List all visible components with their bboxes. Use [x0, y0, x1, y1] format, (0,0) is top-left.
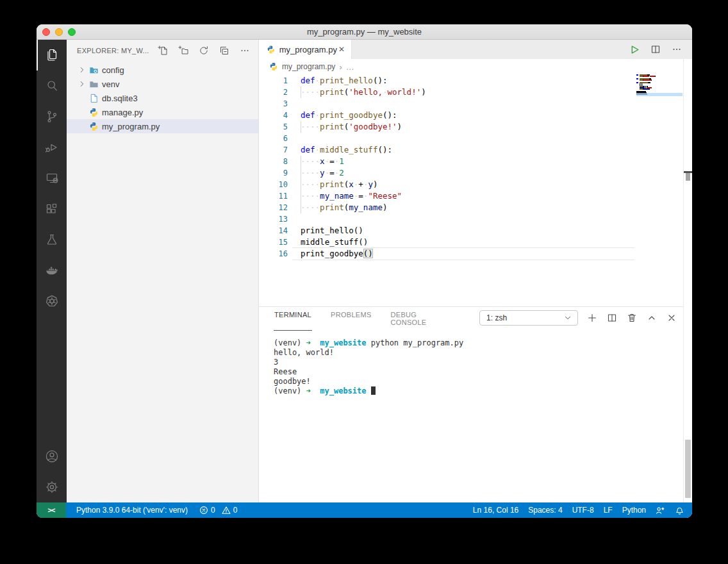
code-line-7[interactable]: def·middle_stuff(): [301, 144, 426, 156]
tree-item-venv[interactable]: venv [67, 77, 258, 91]
tree-item-my-program-py[interactable]: my_program.py [67, 119, 258, 133]
code-line-2[interactable]: ····print('hello,·world!') [301, 87, 426, 98]
activity-run-debug[interactable] [37, 132, 67, 163]
line-number-12[interactable]: 12 [259, 202, 288, 213]
breadcrumb-file[interactable]: my_program.py [282, 62, 335, 71]
line-number-7[interactable]: 7 [259, 144, 288, 156]
collapse-all-button[interactable] [219, 45, 230, 56]
line-number-1[interactable]: 1 [259, 75, 288, 87]
zoom-window-button[interactable] [68, 28, 76, 36]
close-panel-button[interactable] [666, 313, 677, 323]
chevron-right-icon[interactable] [77, 79, 87, 89]
new-file-button[interactable] [157, 45, 169, 56]
code-line-16[interactable]: print_goodbye() [301, 248, 426, 260]
chevron-right-icon[interactable] [77, 65, 87, 75]
panel-tab-debug-console[interactable]: DEBUG CONSOLE [390, 305, 436, 331]
encoding-status[interactable]: UTF-8 [572, 506, 594, 515]
activity-remote-explorer[interactable] [37, 163, 67, 194]
code-line-8[interactable]: ····x·=·1 [301, 156, 426, 167]
activity-settings[interactable] [37, 472, 67, 502]
close-window-button[interactable] [42, 28, 50, 36]
line-number-11[interactable]: 11 [259, 190, 288, 202]
notifications-button[interactable] [675, 506, 684, 515]
language-mode-status[interactable]: Python [622, 506, 646, 515]
code-line-15[interactable]: middle_stuff() [301, 236, 426, 248]
terminal-line-1: (venv) ➜ my_website python my_program.py [274, 338, 683, 348]
line-number-gutter[interactable]: 12345678910111213141516 [259, 75, 290, 260]
remote-icon: >< [48, 506, 55, 514]
activity-docker[interactable] [37, 255, 67, 286]
code-line-9[interactable]: ····y·=·2 [301, 167, 426, 179]
line-number-13[interactable]: 13 [259, 213, 288, 225]
line-number-2[interactable]: 2 [259, 87, 288, 98]
problems-status[interactable]: 0 0 [199, 506, 237, 515]
line-number-4[interactable]: 4 [259, 110, 288, 121]
run-python-file-button[interactable] [629, 44, 640, 55]
kill-terminal-button[interactable] [627, 313, 637, 323]
panel-tab-terminal[interactable]: TERMINAL [274, 305, 312, 331]
tree-item-config[interactable]: config [67, 63, 258, 77]
split-editor-button[interactable] [650, 44, 661, 54]
views-more-button[interactable] [239, 45, 251, 56]
code-line-14[interactable]: print_hello() [301, 225, 426, 236]
maximize-panel-button[interactable] [647, 313, 657, 323]
chevron-up-icon [647, 313, 657, 323]
terminal-picker-dropdown[interactable]: 1: zsh [479, 310, 578, 326]
indentation-status[interactable]: Spaces: 4 [528, 506, 562, 515]
new-terminal-button[interactable] [587, 313, 597, 323]
eol-status[interactable]: LF [604, 506, 613, 515]
activity-search[interactable] [37, 70, 67, 101]
breadcrumb[interactable]: my_program.py › … [259, 59, 683, 74]
code-line-3[interactable] [301, 98, 426, 110]
tree-item-db-sqlite3[interactable]: db.sqlite3 [67, 91, 258, 105]
activity-testing[interactable] [37, 224, 67, 255]
panel-tab-problems[interactable]: PROBLEMS [330, 305, 372, 331]
cursor-position-status[interactable]: Ln 16, Col 16 [473, 506, 518, 515]
feedback-icon [656, 506, 665, 515]
refresh-button[interactable] [198, 45, 210, 56]
remote-indicator[interactable]: >< [37, 502, 66, 518]
line-number-15[interactable]: 15 [259, 236, 288, 248]
terminal-scrollbar-thumb[interactable] [685, 440, 691, 498]
code-line-13[interactable] [301, 213, 426, 225]
line-number-10[interactable]: 10 [259, 179, 288, 190]
code-line-4[interactable]: def·print_goodbye(): [301, 110, 426, 121]
code-line-6[interactable] [301, 133, 426, 144]
split-terminal-button[interactable] [607, 313, 617, 323]
code-line-5[interactable]: ····print('goodbye!') [301, 121, 426, 133]
line-number-14[interactable]: 14 [259, 225, 288, 236]
python-interpreter-status[interactable]: Python 3.9.0 64-bit ('venv': venv) [76, 506, 188, 515]
breadcrumb-symbol[interactable]: … [346, 62, 354, 72]
editor-scrollbar-thumb[interactable] [686, 173, 690, 181]
line-number-6[interactable]: 6 [259, 133, 288, 144]
activity-explorer[interactable] [37, 40, 67, 70]
explorer-header: EXPLORER: MY_W... [67, 40, 258, 62]
matched-brackets: () [363, 249, 373, 258]
error-count: 0 [211, 506, 215, 515]
minimize-window-button[interactable] [55, 28, 63, 36]
activity-kubernetes[interactable] [37, 286, 67, 317]
activity-extensions[interactable] [37, 194, 67, 224]
tab-my-program-py[interactable]: my_program.py ✕ [259, 40, 352, 59]
editor-more-actions-button[interactable] [672, 44, 682, 54]
line-number-16[interactable]: 16 [259, 248, 288, 260]
activity-account[interactable] [37, 441, 67, 472]
activity-source-control[interactable] [37, 101, 67, 132]
line-number-9[interactable]: 9 [259, 167, 288, 179]
feedback-button[interactable] [656, 506, 665, 515]
minimap[interactable] [636, 74, 682, 306]
tree-item-manage-py[interactable]: manage.py [67, 105, 258, 119]
line-number-5[interactable]: 5 [259, 121, 288, 133]
code-line-10[interactable]: ····print(x·+·y) [301, 179, 426, 190]
terminal-output[interactable]: (venv) ➜ my_website python my_program.py… [259, 329, 683, 502]
code-line-12[interactable]: ····print(my_name) [301, 202, 426, 213]
code-line-11[interactable]: ····my_name·=·"Reese" [301, 190, 426, 202]
code-editor[interactable]: 12345678910111213141516 def·print_hello(… [259, 74, 683, 306]
new-folder-button[interactable] [178, 45, 189, 56]
tab-close-icon[interactable]: ✕ [337, 45, 346, 54]
code-content[interactable]: def·print_hello():····print('hello,·worl… [301, 75, 426, 260]
code-line-1[interactable]: def·print_hello(): [301, 75, 426, 87]
line-number-3[interactable]: 3 [259, 98, 288, 110]
line-number-8[interactable]: 8 [259, 156, 288, 167]
breadcrumb-separator: › [339, 62, 342, 72]
